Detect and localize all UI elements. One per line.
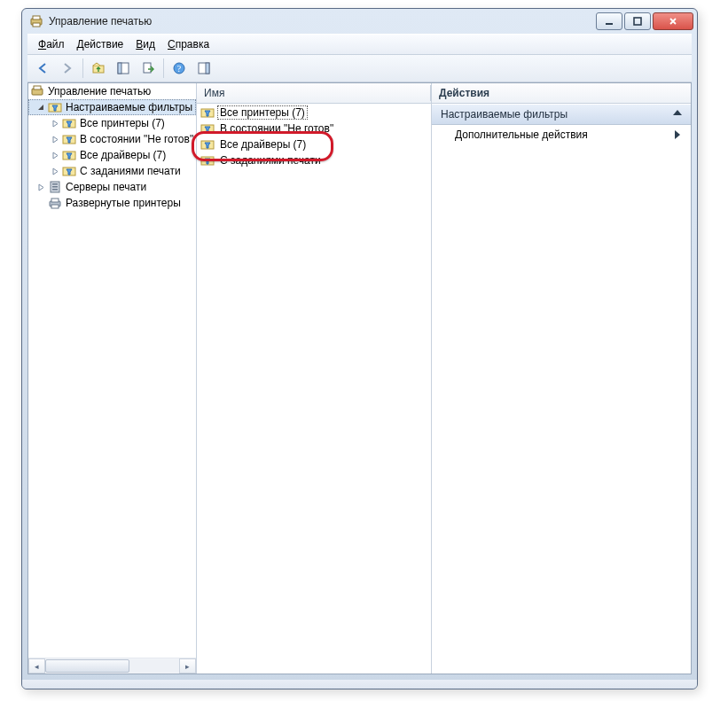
list-item-label: Все драйверы (7) — [218, 138, 308, 151]
expand-icon[interactable] — [48, 148, 62, 162]
tree-all-printers[interactable]: Все принтеры (7) — [28, 115, 196, 131]
scroll-track[interactable] — [45, 659, 179, 673]
tree-horizontal-scrollbar[interactable]: ◂ ▸ — [28, 658, 196, 674]
submenu-arrow-icon — [675, 130, 680, 139]
menu-view[interactable]: Вид — [130, 36, 160, 52]
maximize-button[interactable] — [624, 12, 651, 30]
menu-action-label: ействие — [84, 38, 124, 51]
actions-header-label: Действия — [439, 87, 489, 99]
scroll-thumb[interactable] — [45, 659, 129, 673]
filter-icon — [62, 164, 76, 178]
svg-text:?: ? — [177, 64, 182, 74]
column-header-name-label: Имя — [204, 87, 224, 99]
close-button[interactable] — [653, 12, 693, 30]
expand-icon[interactable] — [48, 116, 62, 130]
svg-rect-3 — [606, 23, 613, 25]
list-item-with-jobs[interactable]: С заданиями печати — [199, 152, 429, 168]
printer-icon — [48, 196, 62, 210]
actions-group-label: Настраиваемые фильтры — [441, 108, 568, 121]
expand-icon[interactable] — [48, 164, 62, 178]
filter-icon — [200, 153, 215, 167]
statusbar — [22, 680, 697, 689]
actions-pane: Действия Настраиваемые фильтры Дополните… — [432, 83, 691, 674]
toolbar: ? — [27, 55, 692, 82]
tree-with-jobs-label: С заданиями печати — [80, 165, 181, 177]
scroll-right-button[interactable]: ▸ — [179, 658, 196, 674]
list-pane: Имя Все принтеры (7) В состоянии "Не гот… — [197, 83, 432, 674]
menubar: Файл Действие Вид Справка — [27, 34, 692, 55]
tree-not-ready-label: В состоянии "Не готов" — [80, 133, 193, 145]
filter-icon — [62, 148, 76, 162]
tree-root[interactable]: Управление печатью — [28, 83, 196, 99]
tree-print-servers-label: Серверы печати — [66, 181, 146, 193]
menu-file[interactable]: Файл — [33, 36, 70, 52]
actions-more-actions[interactable]: Дополнительные действия — [432, 125, 691, 144]
list-item-label: Все принтеры (7) — [218, 106, 307, 119]
svg-rect-23 — [52, 189, 58, 191]
list-item-label: С заданиями печати — [218, 154, 323, 167]
svg-rect-12 — [206, 63, 209, 74]
svg-rect-22 — [52, 186, 58, 188]
tree-not-ready[interactable]: В состоянии "Не готов" — [28, 131, 196, 147]
tree-deployed-printers[interactable]: Развернутые принтеры — [28, 195, 196, 211]
filter-icon — [200, 121, 215, 136]
menu-help-label: правка — [176, 38, 209, 51]
tree-view[interactable]: Управление печатью Настраиваемые фильтры… — [28, 83, 196, 658]
filter-icon — [62, 116, 76, 130]
minimize-button[interactable] — [596, 12, 622, 30]
up-button[interactable] — [87, 57, 110, 80]
list-item-not-ready[interactable]: В состоянии "Не готов" — [199, 121, 429, 136]
tree-print-servers[interactable]: Серверы печати — [28, 179, 196, 195]
help-button[interactable]: ? — [168, 57, 191, 80]
tree-deployed-printers-label: Развернутые принтеры — [66, 197, 181, 209]
window-title: Управление печатью — [49, 15, 596, 27]
filter-icon — [200, 105, 215, 120]
titlebar[interactable]: Управление печатью — [22, 9, 697, 34]
scroll-left-button[interactable]: ◂ — [28, 658, 45, 674]
filter-icon — [62, 132, 76, 146]
actions-header: Действия — [432, 83, 691, 104]
list-item-all-drivers[interactable]: Все драйверы (7) — [199, 136, 429, 152]
svg-rect-2 — [33, 23, 40, 27]
list-item-label: В состоянии "Не готов" — [218, 122, 335, 135]
tree-custom-filters-label: Настраиваемые фильтры — [66, 101, 192, 113]
svg-rect-1 — [33, 16, 40, 19]
tree-pane: Управление печатью Настраиваемые фильтры… — [28, 83, 197, 674]
forward-button[interactable] — [56, 57, 79, 80]
collapse-caret-icon — [673, 110, 682, 115]
collapse-icon[interactable] — [34, 100, 48, 114]
show-hide-actions-button[interactable] — [192, 57, 215, 80]
expand-icon[interactable] — [34, 180, 48, 194]
show-hide-tree-button[interactable] — [112, 57, 135, 80]
filter-folder-icon — [48, 100, 62, 114]
menu-view-label: ид — [143, 38, 155, 51]
svg-rect-25 — [51, 199, 59, 202]
expand-icon[interactable] — [48, 132, 62, 146]
tree-custom-filters[interactable]: Настраиваемые фильтры — [28, 99, 196, 115]
tree-all-printers-label: Все принтеры (7) — [80, 117, 165, 129]
tree-all-drivers[interactable]: Все драйверы (7) — [28, 147, 196, 163]
export-list-button[interactable] — [137, 57, 160, 80]
svg-rect-8 — [144, 63, 151, 73]
actions-group-custom-filters[interactable]: Настраиваемые фильтры — [432, 104, 691, 125]
tree-all-drivers-label: Все драйверы (7) — [80, 149, 166, 161]
column-header-name[interactable]: Имя — [197, 83, 431, 104]
tree-root-label: Управление печатью — [48, 85, 151, 97]
server-icon — [48, 180, 62, 194]
client-area: Управление печатью Настраиваемые фильтры… — [27, 82, 692, 674]
tree-with-jobs[interactable]: С заданиями печати — [28, 163, 196, 179]
back-button[interactable] — [31, 57, 54, 80]
list-item-all-printers[interactable]: Все принтеры (7) — [199, 105, 429, 121]
list-view[interactable]: Все принтеры (7) В состоянии "Не готов" … — [197, 104, 431, 674]
window: Управление печатью Файл Действие Вид Спр… — [21, 8, 698, 689]
actions-more-label: Дополнительные действия — [455, 129, 588, 141]
app-icon — [29, 14, 43, 28]
svg-rect-7 — [118, 63, 121, 74]
menu-help[interactable]: Справка — [162, 36, 215, 52]
printer-management-icon — [30, 84, 44, 98]
svg-rect-14 — [34, 86, 41, 90]
svg-rect-4 — [634, 18, 641, 25]
svg-rect-26 — [51, 205, 59, 208]
svg-rect-21 — [52, 183, 58, 185]
menu-action[interactable]: Действие — [72, 36, 129, 52]
